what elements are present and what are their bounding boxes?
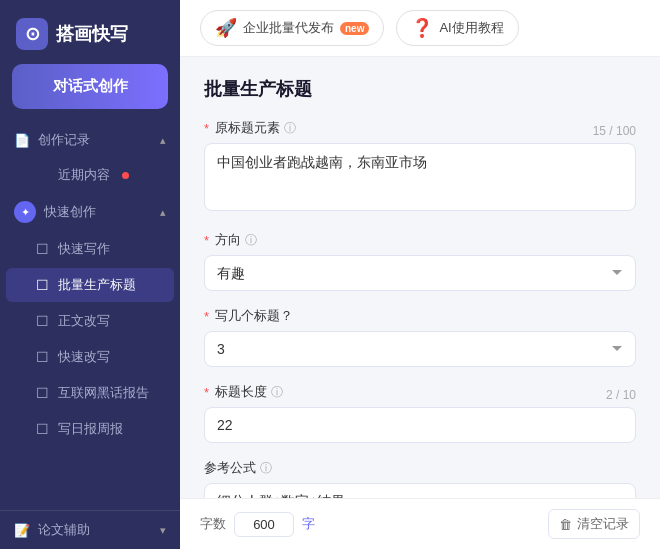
form-group-direction: * 方向 ⓘ 有趣 专业 情感 干货	[204, 231, 636, 291]
formula-info-icon[interactable]: ⓘ	[260, 460, 272, 477]
sidebar-item-text-rewrite[interactable]: ☐ 正文改写	[6, 304, 174, 338]
sidebar-item-recent[interactable]: 近期内容	[6, 158, 174, 192]
quick-create-label: 快速创作	[44, 203, 96, 221]
internet-report-label: 互联网黑话报告	[58, 384, 149, 402]
quick-write-icon: ☐	[34, 241, 50, 257]
clear-icon: 🗑	[559, 517, 572, 532]
sidebar-section-creation-records[interactable]: 📄 创作记录 ▴	[0, 123, 180, 157]
sidebar: ⊙ 搭画快写 对话式创作 📄 创作记录 ▴ 近期内容 ✦ 快速创作 ▴ ☐ 快速…	[0, 0, 180, 549]
source-title-char-count: 15 / 100	[593, 124, 636, 138]
source-title-label-row: * 原标题元素 ⓘ 15 / 100	[204, 119, 636, 143]
chevron-icon: ▴	[160, 134, 166, 147]
text-rewrite-icon: ☐	[34, 313, 50, 329]
batch-title-icon: ☐	[34, 277, 50, 293]
quick-copy-icon: ☐	[34, 349, 50, 365]
sidebar-item-quick-write[interactable]: ☐ 快速写作	[6, 232, 174, 266]
sidebar-item-internet-report[interactable]: ☐ 互联网黑话报告	[6, 376, 174, 410]
source-title-info-icon[interactable]: ⓘ	[284, 120, 296, 137]
cta-label: 对话式创作	[53, 77, 128, 94]
creation-records-label: 创作记录	[38, 131, 90, 149]
text-rewrite-label: 正文改写	[58, 312, 110, 330]
formula-select[interactable]: 细分人群+数字+结果 悬念式 对比式 问题式	[204, 483, 636, 498]
logo: ⊙ 搭画快写	[0, 0, 180, 64]
logo-icon: ⊙	[16, 18, 48, 50]
content-area: 批量生产标题 * 原标题元素 ⓘ 15 / 100 中国创业者跑战越南，东南亚市…	[180, 57, 660, 498]
count-label: * 写几个标题？	[204, 307, 636, 325]
direction-select[interactable]: 有趣 专业 情感 干货	[204, 255, 636, 291]
ai-tutorial-button[interactable]: ❓ AI使用教程	[396, 10, 518, 46]
topbar: 🚀 企业批量代发布 new ❓ AI使用教程	[180, 0, 660, 57]
direction-info-icon[interactable]: ⓘ	[245, 232, 257, 249]
title-length-label-row: * 标题长度 ⓘ 2 / 10	[204, 383, 636, 407]
source-title-textarea[interactable]: 中国创业者跑战越南，东南亚市场	[204, 143, 636, 211]
sidebar-section-quick-create[interactable]: ✦ 快速创作 ▴	[0, 193, 180, 231]
word-count-label: 字数	[200, 515, 226, 533]
clear-button[interactable]: 🗑 清空记录	[548, 509, 640, 539]
word-count-input[interactable]	[234, 512, 294, 537]
form-group-source-title: * 原标题元素 ⓘ 15 / 100 中国创业者跑战越南，东南亚市场	[204, 119, 636, 215]
logo-text: 搭画快写	[56, 22, 128, 46]
ai-tutorial-label: AI使用教程	[439, 19, 503, 37]
quick-create-avatar: ✦	[14, 201, 36, 223]
page-title: 批量生产标题	[204, 77, 636, 101]
form-group-formula: 参考公式 ⓘ 细分人群+数字+结果 悬念式 对比式 问题式	[204, 459, 636, 498]
thesis-chevron: ▾	[160, 524, 166, 537]
formula-label: 参考公式 ⓘ	[204, 459, 636, 477]
daily-report-label: 写日报周报	[58, 420, 123, 438]
batch-publish-icon: 🚀	[215, 17, 237, 39]
notification-dot	[122, 172, 129, 179]
word-count-unit: 字	[302, 515, 315, 533]
required-star-4: *	[204, 385, 209, 400]
cta-button[interactable]: 对话式创作	[12, 64, 168, 109]
count-label-text: 写几个标题？	[215, 307, 293, 325]
creation-records-icon: 📄	[14, 133, 30, 148]
title-length-char-count: 2 / 10	[606, 388, 636, 402]
form-group-title-length: * 标题长度 ⓘ 2 / 10	[204, 383, 636, 443]
thesis-icon: 📝	[14, 523, 30, 538]
source-title-label: * 原标题元素 ⓘ	[204, 119, 296, 137]
quick-copy-label: 快速改写	[58, 348, 110, 366]
form-group-count: * 写几个标题？ 1 2 3 5 10	[204, 307, 636, 367]
direction-label-text: 方向	[215, 231, 241, 249]
required-star-3: *	[204, 309, 209, 324]
bottombar: 字数 字 🗑 清空记录	[180, 498, 660, 549]
clear-label: 清空记录	[577, 515, 629, 533]
title-length-input[interactable]	[204, 407, 636, 443]
sidebar-item-quick-copy[interactable]: ☐ 快速改写	[6, 340, 174, 374]
sidebar-item-batch-title[interactable]: ☐ 批量生产标题	[6, 268, 174, 302]
quick-write-label: 快速写作	[58, 240, 110, 258]
batch-publish-button[interactable]: 🚀 企业批量代发布 new	[200, 10, 384, 46]
title-length-info-icon[interactable]: ⓘ	[271, 384, 283, 401]
title-length-label-text: 标题长度	[215, 383, 267, 401]
required-star-1: *	[204, 121, 209, 136]
internet-report-icon: ☐	[34, 385, 50, 401]
sidebar-item-daily-report[interactable]: ☐ 写日报周报	[6, 412, 174, 446]
quick-create-chevron: ▴	[160, 206, 166, 219]
direction-label: * 方向 ⓘ	[204, 231, 636, 249]
daily-report-icon: ☐	[34, 421, 50, 437]
new-badge: new	[340, 22, 369, 35]
count-select[interactable]: 1 2 3 5 10	[204, 331, 636, 367]
main-area: 🚀 企业批量代发布 new ❓ AI使用教程 批量生产标题 * 原标题元素 ⓘ …	[180, 0, 660, 549]
thesis-label: 论文辅助	[38, 521, 90, 539]
ai-tutorial-icon: ❓	[411, 17, 433, 39]
recent-label: 近期内容	[58, 166, 110, 184]
required-star-2: *	[204, 233, 209, 248]
batch-publish-label: 企业批量代发布	[243, 19, 334, 37]
sidebar-section-thesis[interactable]: 📝 论文辅助 ▾	[0, 510, 180, 549]
title-length-label: * 标题长度 ⓘ	[204, 383, 283, 401]
formula-label-text: 参考公式	[204, 459, 256, 477]
source-title-label-text: 原标题元素	[215, 119, 280, 137]
batch-title-label: 批量生产标题	[58, 276, 136, 294]
